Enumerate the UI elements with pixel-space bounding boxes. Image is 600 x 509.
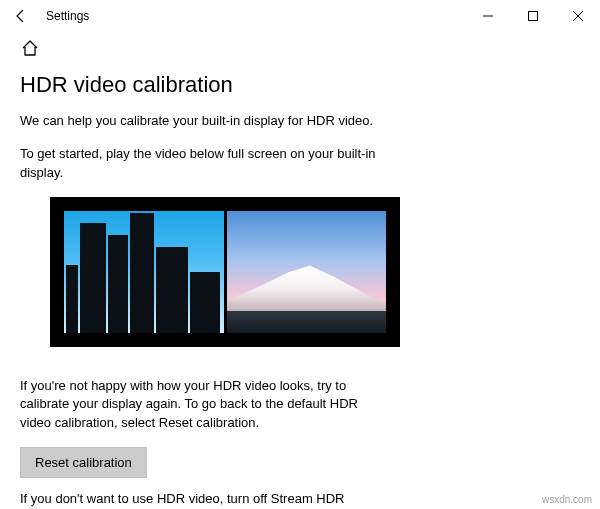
header-row	[0, 32, 600, 72]
page-heading: HDR video calibration	[20, 72, 580, 98]
content-area: HDR video calibration We can help you ca…	[0, 72, 600, 509]
maximize-button[interactable]	[510, 0, 555, 32]
video-scene-city	[64, 211, 224, 333]
instruction-text: To get started, play the video below ful…	[20, 145, 380, 183]
minimize-button[interactable]	[465, 0, 510, 32]
reset-calibration-button[interactable]: Reset calibration	[20, 447, 147, 478]
window-controls	[465, 0, 600, 32]
recalibrate-hint: If you're not happy with how your HDR vi…	[20, 377, 380, 434]
back-button[interactable]	[6, 1, 36, 31]
window-title: Settings	[46, 9, 89, 23]
turnoff-hint: If you don't want to use HDR video, turn…	[20, 490, 380, 509]
calibration-video-thumbnail[interactable]	[50, 197, 400, 347]
intro-text: We can help you calibrate your built-in …	[20, 112, 380, 131]
close-button[interactable]	[555, 0, 600, 32]
home-button[interactable]	[20, 38, 40, 58]
watermark: wsxdn.com	[542, 494, 592, 505]
home-icon	[21, 39, 39, 57]
titlebar: Settings	[0, 0, 600, 32]
svg-rect-1	[528, 12, 537, 21]
video-scene-mountain	[227, 211, 387, 333]
